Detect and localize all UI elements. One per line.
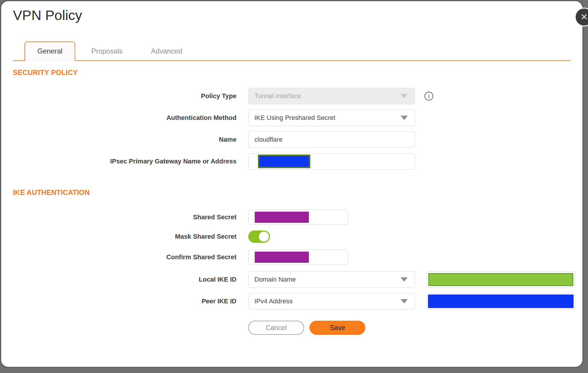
name-row: Name cloudflare (1, 131, 582, 148)
shared-secret-row: Shared Secret (1, 210, 582, 225)
peer-ike-id-input[interactable] (427, 293, 575, 310)
peer-ike-id-select[interactable]: IPv4 Address (248, 293, 415, 310)
shared-secret-redacted-value (255, 212, 309, 223)
tab-bar: General Proposals Advanced (13, 41, 571, 61)
confirm-shared-secret-row: Confirm Shared Secret (1, 250, 582, 265)
confirm-shared-secret-input[interactable] (248, 250, 348, 265)
shared-secret-input[interactable] (248, 210, 348, 225)
name-input[interactable]: cloudflare (248, 131, 415, 148)
mask-shared-secret-label: Mask Shared Secret (1, 233, 236, 240)
policy-type-value: Tunnel Interface (254, 92, 301, 100)
peer-ike-id-value: IPv4 Address (254, 297, 293, 305)
local-ike-id-row: Local IKE ID Domain Name (1, 271, 582, 288)
authentication-method-select[interactable]: IKE Using Preshared Secret (248, 110, 415, 126)
ipsec-gateway-redacted-value (258, 155, 310, 168)
name-label: Name (1, 136, 236, 143)
shared-secret-label: Shared Secret (1, 213, 236, 221)
section-heading-ike-authentication: IKE AUTHENTICATION (13, 188, 582, 197)
chevron-down-icon (401, 299, 408, 304)
chevron-down-icon (401, 277, 408, 282)
policy-type-row: Policy Type Tunnel Interface i (1, 88, 582, 104)
cancel-button[interactable]: Cancel (248, 321, 304, 335)
mask-shared-secret-toggle[interactable] (248, 230, 270, 243)
ipsec-gateway-row: IPsec Primary Gateway Name or Address (1, 153, 582, 170)
ipsec-gateway-input[interactable] (248, 153, 415, 170)
mask-shared-secret-row: Mask Shared Secret (1, 230, 582, 243)
chevron-down-icon (401, 116, 408, 120)
tab-advanced[interactable]: Advanced (139, 42, 195, 60)
local-ike-id-value: Domain Name (254, 276, 296, 283)
ipsec-gateway-label: IPsec Primary Gateway Name or Address (1, 158, 236, 165)
vpn-policy-dialog: VPN Policy General Proposals Advanced SE… (0, 0, 584, 368)
security-policy-form: Policy Type Tunnel Interface i Authentic… (1, 88, 582, 170)
local-ike-id-select[interactable]: Domain Name (248, 271, 415, 288)
section-heading-security-policy: SECURITY POLICY (13, 68, 582, 77)
chevron-down-icon (401, 94, 408, 98)
name-value: cloudflare (254, 136, 282, 143)
save-button[interactable]: Save (309, 321, 365, 335)
authentication-method-label: Authentication Method (1, 114, 236, 122)
ike-authentication-form: Shared Secret Mask Shared Secret Confirm… (1, 210, 582, 310)
dialog-actions: Cancel Save (248, 321, 582, 335)
local-ike-id-label: Local IKE ID (1, 276, 236, 283)
peer-ike-id-redacted-value (428, 295, 574, 308)
local-ike-id-redacted-value (428, 273, 573, 286)
policy-type-label: Policy Type (1, 92, 236, 100)
confirm-shared-secret-label: Confirm Shared Secret (1, 253, 236, 261)
tab-proposals[interactable]: Proposals (79, 42, 135, 60)
confirm-shared-secret-redacted-value (255, 252, 309, 263)
authentication-method-row: Authentication Method IKE Using Preshare… (1, 110, 582, 126)
page-title: VPN Policy (13, 7, 582, 23)
peer-ike-id-row: Peer IKE ID IPv4 Address (1, 293, 582, 310)
local-ike-id-input[interactable] (427, 271, 575, 288)
tab-general[interactable]: General (24, 41, 75, 61)
policy-type-select: Tunnel Interface (248, 88, 415, 104)
info-icon[interactable]: i (424, 92, 433, 101)
peer-ike-id-label: Peer IKE ID (1, 297, 236, 305)
toggle-knob (259, 232, 269, 242)
close-icon: ✕ (580, 13, 588, 21)
authentication-method-value: IKE Using Preshared Secret (254, 114, 335, 122)
